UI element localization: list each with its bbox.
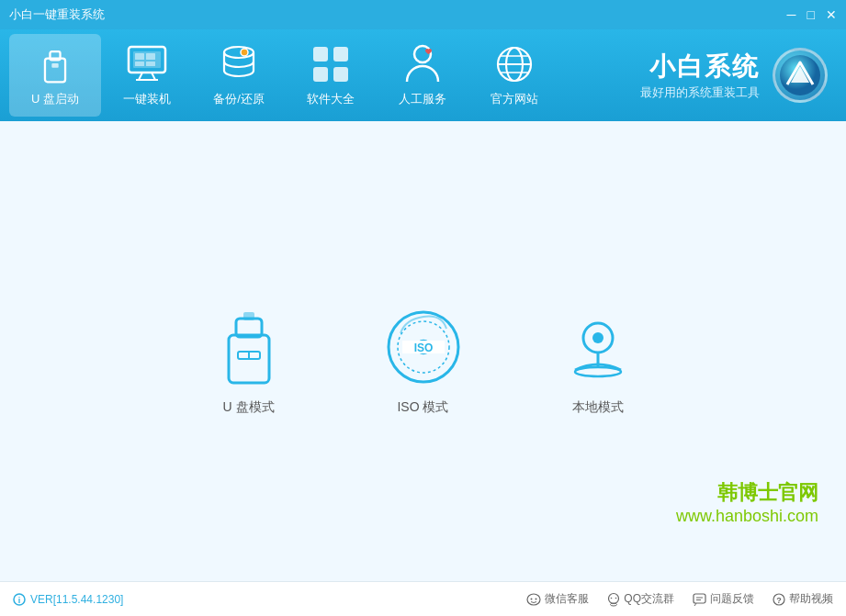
svg-rect-27 <box>243 312 254 320</box>
help-icon: ? <box>773 593 785 606</box>
svg-point-41 <box>527 594 540 605</box>
watermark-line1: 韩博士官网 <box>676 479 818 507</box>
info-icon: i <box>13 593 26 606</box>
svg-rect-10 <box>135 62 144 66</box>
svg-point-47 <box>615 597 617 599</box>
brand-logo <box>773 48 828 103</box>
watermark: 韩博士官网 www.hanboshi.com <box>676 479 818 526</box>
u-disk-mode-icon <box>208 306 290 388</box>
svg-rect-2 <box>51 63 58 68</box>
svg-text:?: ? <box>776 596 782 605</box>
usb-nav-icon <box>34 43 76 85</box>
svg-rect-15 <box>333 47 348 62</box>
nav-label-u-disk: U 盘启动 <box>31 91 79 107</box>
pc-nav-icon <box>126 43 168 85</box>
footer-feedback[interactable]: 问题反馈 <box>693 591 754 607</box>
svg-point-13 <box>241 49 248 56</box>
footer-help[interactable]: ? 帮助视频 <box>773 591 833 607</box>
db-nav-icon <box>218 43 260 85</box>
svg-rect-0 <box>45 59 65 83</box>
maximize-button[interactable]: □ <box>807 8 815 21</box>
mode-iso[interactable]: ISO ISO 模式 <box>382 306 465 416</box>
footer-wechat[interactable]: 微信客服 <box>526 591 589 607</box>
qq-label: QQ交流群 <box>624 591 674 607</box>
close-button[interactable]: ✕ <box>826 8 837 21</box>
nav-label-software: 软件大全 <box>307 91 355 107</box>
svg-text:ISO: ISO <box>413 342 433 354</box>
wechat-icon <box>526 593 541 606</box>
brand-text: 小白系统 最好用的系统重装工具 <box>640 50 760 101</box>
help-label: 帮助视频 <box>789 591 833 607</box>
footer-version-area: i VER[11.5.44.1230] <box>13 593 123 606</box>
wechat-label: 微信客服 <box>545 591 589 607</box>
u-disk-mode-label: U 盘模式 <box>223 399 275 416</box>
footer-qq[interactable]: QQ交流群 <box>607 591 674 607</box>
footer: i VER[11.5.44.1230] 微信客服 QQ交流群 <box>0 581 846 616</box>
title-bar: 小白一键重装系统 ─ □ ✕ <box>0 0 846 29</box>
mode-local[interactable]: 本地模式 <box>557 306 639 416</box>
app-title: 小白一键重装系统 <box>9 6 105 23</box>
svg-rect-16 <box>313 67 328 82</box>
minimize-button[interactable]: ─ <box>787 8 796 21</box>
svg-point-12 <box>224 47 254 58</box>
nav-label-backup: 备份/还原 <box>213 91 265 107</box>
nav-item-backup[interactable]: 备份/还原 <box>193 34 285 117</box>
feedback-label: 问题反馈 <box>710 591 754 607</box>
svg-rect-17 <box>333 67 348 82</box>
nav-item-service[interactable]: 人工服务 <box>377 34 468 117</box>
svg-point-18 <box>414 46 431 62</box>
svg-point-44 <box>609 593 619 603</box>
version-text: VER[11.5.44.1230] <box>30 593 123 606</box>
svg-point-42 <box>531 598 533 599</box>
footer-links: 微信客服 QQ交流群 问题反馈 ? <box>526 591 833 607</box>
brand-subtitle: 最好用的系统重装工具 <box>640 84 760 101</box>
brand-area: 小白系统 最好用的系统重装工具 <box>640 48 828 103</box>
svg-rect-9 <box>146 53 155 60</box>
nav-item-install[interactable]: 一键装机 <box>101 34 193 117</box>
qq-icon <box>607 592 620 607</box>
brand-name: 小白系统 <box>640 50 760 84</box>
svg-rect-8 <box>135 53 144 60</box>
mode-u-disk[interactable]: U 盘模式 <box>208 306 290 416</box>
mode-container: U 盘模式 ISO ISO 模式 <box>208 306 639 416</box>
person-nav-icon <box>401 43 444 85</box>
local-mode-label: 本地模式 <box>572 399 624 416</box>
svg-rect-48 <box>694 594 705 603</box>
nav-bar: U 盘启动 一键装机 <box>0 29 846 121</box>
svg-point-36 <box>592 332 603 343</box>
svg-point-45 <box>611 603 617 606</box>
nav-item-software[interactable]: 软件大全 <box>285 34 377 117</box>
local-mode-icon <box>557 306 639 388</box>
nav-label-service: 人工服务 <box>399 91 446 107</box>
main-content: U 盘模式 ISO ISO 模式 <box>0 121 846 581</box>
nav-items: U 盘启动 一键装机 <box>9 34 640 117</box>
svg-point-43 <box>536 598 537 599</box>
iso-mode-label: ISO 模式 <box>397 399 448 416</box>
svg-rect-11 <box>146 62 155 66</box>
nav-item-website[interactable]: 官方网站 <box>468 34 560 117</box>
nav-item-u-disk[interactable]: U 盘启动 <box>9 34 101 117</box>
iso-mode-icon: ISO <box>382 306 465 388</box>
nav-label-install: 一键装机 <box>123 91 171 107</box>
watermark-line2: www.hanboshi.com <box>676 507 818 526</box>
feedback-icon <box>693 593 706 606</box>
globe-nav-icon <box>493 43 536 85</box>
apps-nav-icon <box>310 43 352 85</box>
nav-label-website: 官方网站 <box>491 91 538 107</box>
window-controls: ─ □ ✕ <box>787 8 837 21</box>
svg-text:i: i <box>18 596 21 605</box>
svg-rect-14 <box>313 47 328 62</box>
svg-point-38 <box>575 367 621 376</box>
svg-point-46 <box>611 597 613 599</box>
